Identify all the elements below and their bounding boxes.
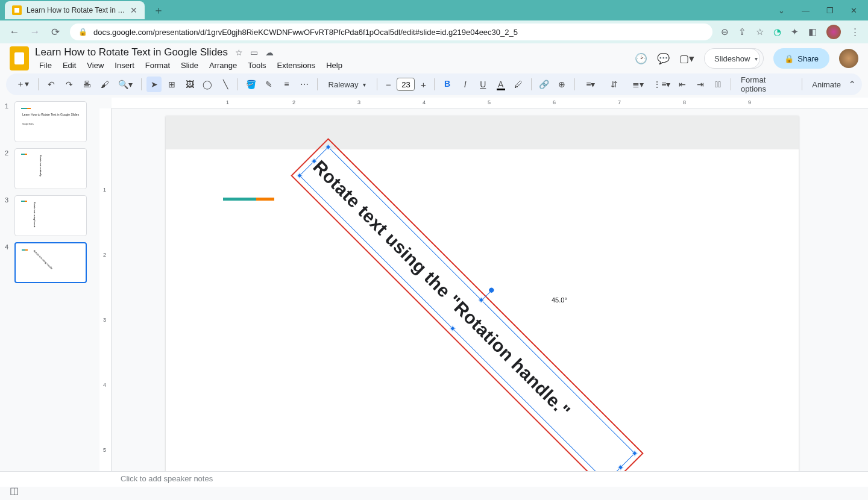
present-camera-icon[interactable]: ▢▾: [679, 52, 694, 65]
address-bar: ← → ⟳ 🔒 docs.google.com/presentation/d/1…: [0, 20, 868, 43]
font-size-input[interactable]: [397, 78, 415, 91]
rotated-textbox-highlight: Rotate text using the "Rotation handle.": [291, 138, 643, 471]
account-avatar[interactable]: [839, 49, 858, 68]
menu-slide[interactable]: Slide: [177, 60, 203, 71]
slideshow-dropdown[interactable]: ▾: [749, 48, 764, 69]
extensions-icon[interactable]: ✦: [791, 27, 799, 37]
browser-tab[interactable]: Learn How to Rotate Text in Goo ✕: [5, 1, 145, 19]
bold-button[interactable]: B: [439, 77, 455, 92]
menu-edit[interactable]: Edit: [58, 60, 80, 71]
clear-formatting-button[interactable]: Ⓣ̶: [711, 77, 726, 92]
speaker-notes-placeholder: Click to add speaker notes: [121, 474, 213, 483]
resize-handle-nw[interactable]: [326, 144, 332, 150]
toolbar-collapse-icon[interactable]: ⌃: [848, 79, 856, 90]
menu-extensions[interactable]: Extensions: [273, 60, 320, 71]
close-window-icon[interactable]: ✕: [851, 6, 857, 15]
underline-button[interactable]: U: [475, 77, 491, 92]
close-tab-icon[interactable]: ✕: [130, 5, 137, 15]
new-tab-button[interactable]: ＋: [153, 3, 164, 17]
canvas-area[interactable]: 1 2 3 4 5 6 7 8 9 1 2 3 4 5: [99, 98, 868, 471]
image-tool[interactable]: 🖼: [182, 77, 198, 92]
share-url-icon[interactable]: ⇪: [738, 27, 746, 37]
line-spacing-button[interactable]: ⇵: [603, 77, 624, 92]
numbered-list-button[interactable]: ≣▾: [627, 77, 649, 92]
increase-indent-button[interactable]: ⇥: [693, 77, 708, 92]
decrease-font-button[interactable]: −: [382, 80, 394, 90]
align-button[interactable]: ≡▾: [580, 77, 601, 92]
slide-number: 2: [5, 148, 11, 189]
window-chevron-icon[interactable]: ⌄: [778, 6, 785, 15]
select-tool[interactable]: ➤: [146, 77, 162, 92]
move-icon[interactable]: ▭: [250, 48, 258, 57]
print-button[interactable]: 🖶: [79, 77, 95, 92]
maximize-icon[interactable]: ❐: [826, 6, 834, 15]
extension-grammarly-icon[interactable]: ◔: [773, 27, 781, 37]
cloud-status-icon[interactable]: ☁: [265, 48, 274, 57]
menu-file[interactable]: File: [35, 60, 56, 71]
text-color-button[interactable]: A: [493, 77, 509, 92]
increase-font-button[interactable]: +: [417, 80, 429, 90]
back-button[interactable]: ←: [8, 26, 20, 38]
slides-logo[interactable]: [10, 46, 29, 70]
paint-format-button[interactable]: 🖌: [97, 77, 113, 92]
zoom-button[interactable]: 🔍▾: [115, 77, 136, 92]
slide-panel[interactable]: 1 Learn How to Rotate Text in Google Sli…: [0, 98, 99, 471]
italic-button[interactable]: I: [458, 77, 473, 92]
explore-icon[interactable]: ◫: [10, 485, 19, 496]
highlight-button[interactable]: 🖊: [511, 77, 527, 92]
reload-button[interactable]: ⟳: [49, 26, 61, 39]
profile-avatar[interactable]: [826, 25, 841, 39]
insert-link-button[interactable]: 🔗: [536, 77, 552, 92]
slide-canvas[interactable]: Rotate text using the "Rotation handle."…: [166, 116, 799, 471]
format-options-button[interactable]: Format options: [736, 75, 797, 93]
slide-thumbnail-2[interactable]: Rotate text vertically: [14, 148, 87, 189]
menu-tools[interactable]: Tools: [244, 60, 270, 71]
lock-share-icon: 🔒: [784, 54, 794, 63]
star-icon[interactable]: ☆: [235, 48, 243, 57]
document-title[interactable]: Learn How to Rotate Text in Google Slide…: [35, 46, 228, 58]
border-color-button[interactable]: ✎: [261, 77, 277, 92]
new-slide-button[interactable]: ＋▾: [12, 77, 33, 92]
border-weight-button[interactable]: ≡: [279, 77, 295, 92]
forward-button[interactable]: →: [29, 26, 41, 38]
animate-button[interactable]: Animate: [807, 80, 846, 89]
ruler-horizontal: 1 2 3 4 5 6 7 8 9: [112, 98, 868, 108]
version-history-icon[interactable]: 🕑: [635, 52, 647, 65]
undo-button[interactable]: ↶: [43, 77, 59, 92]
bulleted-list-button[interactable]: ⋮≡▾: [651, 77, 672, 92]
resize-handle-ne[interactable]: [632, 451, 638, 457]
side-panel-icon[interactable]: ◧: [808, 27, 817, 37]
url-field[interactable]: 🔒 docs.google.com/presentation/d/1grvE0g…: [70, 23, 712, 40]
redo-button[interactable]: ↷: [61, 77, 77, 92]
docs-header: Learn How to Rotate Text in Google Slide…: [0, 43, 868, 71]
decrease-indent-button[interactable]: ⇤: [675, 77, 691, 92]
ruler-vertical: 1 2 3 4 5: [99, 108, 112, 471]
fill-color-button[interactable]: 🪣: [243, 77, 259, 92]
menu-arrange[interactable]: Arrange: [205, 60, 241, 71]
resize-handle-sw[interactable]: [297, 173, 303, 179]
menu-insert[interactable]: Insert: [110, 60, 139, 71]
shape-tool[interactable]: ◯: [200, 77, 215, 92]
window-controls: ⌄ — ❐ ✕: [778, 6, 868, 15]
menu-view[interactable]: View: [83, 60, 108, 71]
menu-format[interactable]: Format: [141, 60, 174, 71]
insert-comment-button[interactable]: ⊕: [555, 77, 570, 92]
slide-thumbnail-3[interactable]: Rotate text using format: [14, 195, 87, 236]
share-button[interactable]: 🔒 Share: [773, 48, 829, 69]
comments-icon[interactable]: 💬: [657, 52, 670, 65]
slide-thumbnail-4[interactable]: Rotate text using handle: [14, 242, 87, 283]
font-selector[interactable]: Raleway▾: [322, 80, 373, 89]
slide-number: 3: [5, 195, 11, 236]
zoom-icon[interactable]: ⊖: [721, 27, 729, 37]
browser-menu-icon[interactable]: ⋮: [851, 27, 860, 37]
rotated-text[interactable]: Rotate text using the "Rotation handle.": [304, 152, 630, 471]
line-tool[interactable]: ╲: [218, 77, 233, 92]
speaker-notes[interactable]: Click to add speaker notes: [0, 471, 868, 487]
slide-thumbnail-1[interactable]: Learn How to Rotate Text in Google Slide…: [14, 101, 87, 142]
bookmark-icon[interactable]: ☆: [756, 27, 764, 37]
minimize-icon[interactable]: —: [802, 6, 810, 15]
menu-help[interactable]: Help: [322, 60, 347, 71]
border-dash-button[interactable]: ⋯: [297, 77, 312, 92]
textbox-tool[interactable]: ⊞: [164, 77, 180, 92]
resize-handle-e[interactable]: [618, 464, 624, 470]
